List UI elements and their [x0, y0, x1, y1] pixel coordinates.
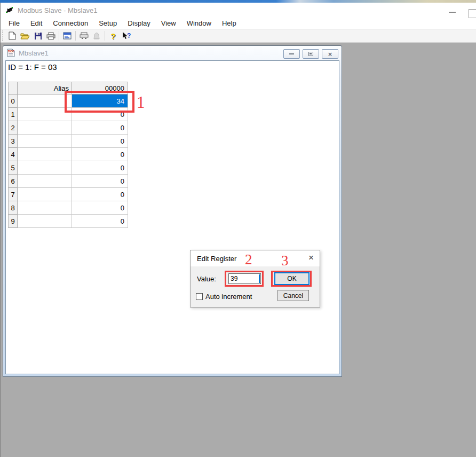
value-label: Value: [197, 275, 216, 283]
window-title: Modbus Slave - Mbslave1 [18, 6, 98, 14]
child-minimize-button[interactable] [283, 49, 300, 59]
open-file-icon[interactable] [19, 30, 31, 42]
row-header: 2 [9, 121, 18, 135]
row-header: 6 [9, 175, 18, 188]
alias-cell[interactable] [18, 161, 72, 175]
annotation-box-value-input [225, 271, 264, 287]
row-header: 5 [9, 161, 18, 175]
alias-cell[interactable] [18, 188, 72, 201]
main-titlebar: Modbus Slave - Mbslave1 [1, 3, 476, 18]
row-header: 3 [9, 135, 18, 148]
display-definition-icon[interactable] [61, 30, 74, 42]
annotation-box-ok-button [271, 271, 312, 287]
toolbar: ? ? [1, 29, 476, 43]
menu-item-display[interactable]: Display [122, 18, 156, 29]
table-row: 90 [9, 215, 128, 228]
table-row: 40 [9, 148, 128, 161]
menu-item-file[interactable]: File [3, 18, 25, 29]
svg-text:DOC: DOC [8, 50, 14, 53]
communication-traffic-icon[interactable] [90, 30, 103, 42]
register-value-cell[interactable]: 0 [72, 148, 128, 161]
child-titlebar[interactable]: DOC Mbslave1 × [3, 46, 342, 60]
close-glyph-icon: × [328, 51, 332, 58]
row-header: 9 [9, 215, 18, 228]
context-help-icon[interactable]: ? [120, 30, 132, 42]
register-value-cell[interactable]: 0 [72, 161, 128, 175]
toolbar-separator [105, 31, 105, 41]
help-icon[interactable]: ? [107, 30, 120, 42]
dialog-title: Edit Register [197, 255, 236, 263]
poll-definition-icon[interactable] [77, 30, 90, 42]
child-restore-button[interactable] [303, 49, 319, 59]
row-header: 8 [9, 201, 18, 215]
alias-cell[interactable] [18, 215, 72, 228]
table-row: 70 [9, 188, 128, 201]
row-header: 7 [9, 188, 18, 201]
save-icon[interactable] [31, 30, 44, 42]
table-row: 30 [9, 135, 128, 148]
alias-cell[interactable] [18, 201, 72, 215]
dialog-close-icon[interactable]: × [308, 253, 314, 263]
svg-text:?: ? [127, 32, 131, 40]
row-header: 4 [9, 148, 18, 161]
new-file-icon[interactable] [6, 30, 19, 42]
register-value-cell[interactable]: 0 [72, 135, 128, 148]
menu-item-view[interactable]: View [156, 18, 181, 29]
child-close-button[interactable]: × [322, 49, 338, 59]
table-row: 60 [9, 175, 128, 188]
child-window-title: Mbslave1 [19, 49, 49, 57]
alias-cell[interactable] [18, 121, 72, 135]
annotation-step-3: 3 [281, 253, 289, 269]
table-row: 20 [9, 121, 128, 135]
toolbar-separator [75, 31, 76, 41]
table-row: 80 [9, 201, 128, 215]
alias-cell[interactable] [18, 135, 72, 148]
maximize-button[interactable] [469, 9, 476, 18]
menu-item-edit[interactable]: Edit [25, 18, 47, 29]
menu-item-setup[interactable]: Setup [93, 18, 122, 29]
app-logo-icon [5, 6, 14, 14]
row-header: 1 [9, 108, 18, 121]
register-value-cell[interactable]: 0 [72, 201, 128, 215]
child-window-controls: × [281, 49, 338, 59]
minimize-button[interactable] [449, 12, 456, 13]
register-value-cell[interactable]: 0 [72, 175, 128, 188]
menu-item-connection[interactable]: Connection [47, 18, 93, 29]
auto-increment-checkbox[interactable] [196, 293, 203, 300]
table-row: 50 [9, 161, 128, 175]
annotation-box-selected-cell [65, 91, 134, 113]
grid-body: 034102030405060708090 [9, 94, 128, 228]
register-value-cell[interactable]: 0 [72, 188, 128, 201]
row-header: 0 [9, 94, 18, 108]
minimize-glyph-icon [289, 53, 294, 54]
alias-cell[interactable] [18, 148, 72, 161]
toolbar-separator [59, 31, 59, 41]
document-icon: DOC [6, 49, 15, 57]
menu-bar: FileEditConnectionSetupDisplayViewWindow… [1, 18, 476, 29]
annotation-step-2: 2 [245, 251, 252, 268]
menu-item-help[interactable]: Help [217, 18, 242, 29]
restore-glyph-icon [308, 52, 313, 56]
grid-corner-header [9, 82, 18, 94]
grid-alias-header: Alias [18, 82, 72, 94]
alias-cell[interactable] [18, 94, 72, 108]
register-value-cell[interactable]: 0 [72, 215, 128, 228]
print-icon[interactable] [44, 30, 57, 42]
toolbar-grip[interactable] [2, 30, 4, 41]
auto-increment-label: Auto increment [205, 293, 252, 301]
slave-id-function-label: ID = 1: F = 03 [6, 61, 339, 72]
annotation-step-1: 1 [137, 93, 145, 112]
child-client-area: ID = 1: F = 03 Alias 00000 0341020304050… [5, 60, 339, 374]
alias-cell[interactable] [18, 108, 72, 121]
menu-item-window[interactable]: Window [181, 18, 217, 29]
dialog-titlebar[interactable]: Edit Register × [191, 250, 320, 266]
cancel-button[interactable]: Cancel [277, 290, 309, 301]
alias-cell[interactable] [18, 175, 72, 188]
child-window-mbslave1: DOC Mbslave1 × ID = 1: F = 03 Alias 0000… [3, 45, 342, 377]
register-value-cell[interactable]: 0 [72, 121, 128, 135]
